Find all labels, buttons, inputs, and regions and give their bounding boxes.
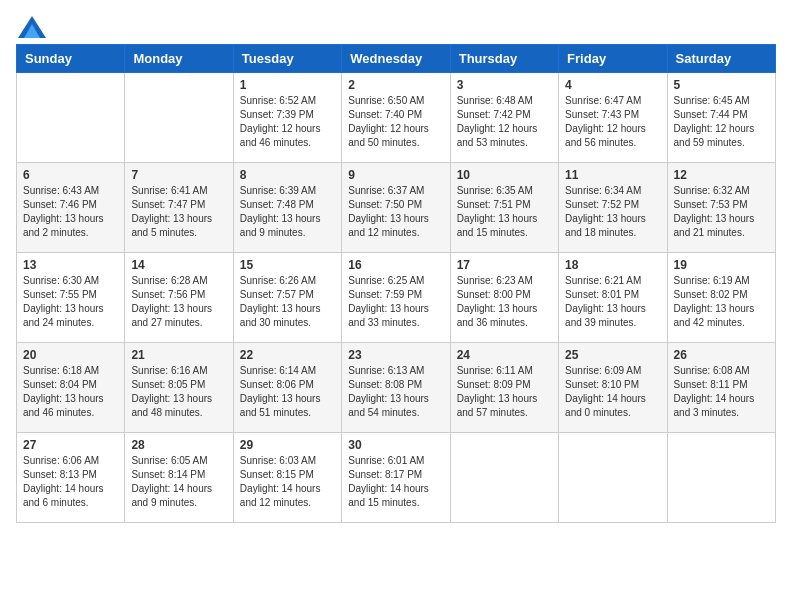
day-number: 21 [131, 348, 226, 362]
day-number: 24 [457, 348, 552, 362]
day-number: 10 [457, 168, 552, 182]
day-info: Sunrise: 6:37 AM Sunset: 7:50 PM Dayligh… [348, 184, 443, 240]
day-info: Sunrise: 6:03 AM Sunset: 8:15 PM Dayligh… [240, 454, 335, 510]
calendar-day-cell [559, 433, 667, 523]
day-info: Sunrise: 6:45 AM Sunset: 7:44 PM Dayligh… [674, 94, 769, 150]
day-number: 4 [565, 78, 660, 92]
calendar-day-cell: 6Sunrise: 6:43 AM Sunset: 7:46 PM Daylig… [17, 163, 125, 253]
calendar-day-cell: 17Sunrise: 6:23 AM Sunset: 8:00 PM Dayli… [450, 253, 558, 343]
day-info: Sunrise: 6:09 AM Sunset: 8:10 PM Dayligh… [565, 364, 660, 420]
day-number: 16 [348, 258, 443, 272]
day-info: Sunrise: 6:39 AM Sunset: 7:48 PM Dayligh… [240, 184, 335, 240]
page-header [16, 16, 776, 34]
calendar-day-cell: 14Sunrise: 6:28 AM Sunset: 7:56 PM Dayli… [125, 253, 233, 343]
day-number: 19 [674, 258, 769, 272]
day-number: 1 [240, 78, 335, 92]
day-number: 25 [565, 348, 660, 362]
calendar-day-cell: 1Sunrise: 6:52 AM Sunset: 7:39 PM Daylig… [233, 73, 341, 163]
calendar-day-cell [450, 433, 558, 523]
day-info: Sunrise: 6:25 AM Sunset: 7:59 PM Dayligh… [348, 274, 443, 330]
day-number: 29 [240, 438, 335, 452]
calendar-day-cell: 10Sunrise: 6:35 AM Sunset: 7:51 PM Dayli… [450, 163, 558, 253]
day-info: Sunrise: 6:13 AM Sunset: 8:08 PM Dayligh… [348, 364, 443, 420]
day-of-week-header: Friday [559, 45, 667, 73]
calendar-day-cell: 13Sunrise: 6:30 AM Sunset: 7:55 PM Dayli… [17, 253, 125, 343]
calendar-day-cell: 2Sunrise: 6:50 AM Sunset: 7:40 PM Daylig… [342, 73, 450, 163]
day-info: Sunrise: 6:41 AM Sunset: 7:47 PM Dayligh… [131, 184, 226, 240]
day-info: Sunrise: 6:52 AM Sunset: 7:39 PM Dayligh… [240, 94, 335, 150]
day-number: 26 [674, 348, 769, 362]
calendar-day-cell: 19Sunrise: 6:19 AM Sunset: 8:02 PM Dayli… [667, 253, 775, 343]
calendar-table: SundayMondayTuesdayWednesdayThursdayFrid… [16, 44, 776, 523]
day-number: 28 [131, 438, 226, 452]
day-number: 15 [240, 258, 335, 272]
calendar-week-row: 20Sunrise: 6:18 AM Sunset: 8:04 PM Dayli… [17, 343, 776, 433]
day-of-week-header: Saturday [667, 45, 775, 73]
day-number: 14 [131, 258, 226, 272]
calendar-day-cell [125, 73, 233, 163]
calendar-day-cell: 16Sunrise: 6:25 AM Sunset: 7:59 PM Dayli… [342, 253, 450, 343]
calendar-day-cell: 12Sunrise: 6:32 AM Sunset: 7:53 PM Dayli… [667, 163, 775, 253]
day-info: Sunrise: 6:28 AM Sunset: 7:56 PM Dayligh… [131, 274, 226, 330]
day-info: Sunrise: 6:35 AM Sunset: 7:51 PM Dayligh… [457, 184, 552, 240]
day-number: 30 [348, 438, 443, 452]
day-of-week-header: Tuesday [233, 45, 341, 73]
day-info: Sunrise: 6:48 AM Sunset: 7:42 PM Dayligh… [457, 94, 552, 150]
calendar-day-cell: 15Sunrise: 6:26 AM Sunset: 7:57 PM Dayli… [233, 253, 341, 343]
day-info: Sunrise: 6:01 AM Sunset: 8:17 PM Dayligh… [348, 454, 443, 510]
calendar-day-cell: 5Sunrise: 6:45 AM Sunset: 7:44 PM Daylig… [667, 73, 775, 163]
calendar-day-cell: 27Sunrise: 6:06 AM Sunset: 8:13 PM Dayli… [17, 433, 125, 523]
day-info: Sunrise: 6:50 AM Sunset: 7:40 PM Dayligh… [348, 94, 443, 150]
calendar-day-cell: 25Sunrise: 6:09 AM Sunset: 8:10 PM Dayli… [559, 343, 667, 433]
calendar-day-cell: 7Sunrise: 6:41 AM Sunset: 7:47 PM Daylig… [125, 163, 233, 253]
calendar-day-cell: 4Sunrise: 6:47 AM Sunset: 7:43 PM Daylig… [559, 73, 667, 163]
calendar-day-cell: 29Sunrise: 6:03 AM Sunset: 8:15 PM Dayli… [233, 433, 341, 523]
day-number: 18 [565, 258, 660, 272]
day-info: Sunrise: 6:06 AM Sunset: 8:13 PM Dayligh… [23, 454, 118, 510]
calendar-day-cell: 22Sunrise: 6:14 AM Sunset: 8:06 PM Dayli… [233, 343, 341, 433]
day-number: 20 [23, 348, 118, 362]
day-number: 3 [457, 78, 552, 92]
day-info: Sunrise: 6:30 AM Sunset: 7:55 PM Dayligh… [23, 274, 118, 330]
calendar-day-cell: 26Sunrise: 6:08 AM Sunset: 8:11 PM Dayli… [667, 343, 775, 433]
calendar-day-cell [667, 433, 775, 523]
day-info: Sunrise: 6:23 AM Sunset: 8:00 PM Dayligh… [457, 274, 552, 330]
day-number: 22 [240, 348, 335, 362]
day-info: Sunrise: 6:34 AM Sunset: 7:52 PM Dayligh… [565, 184, 660, 240]
day-info: Sunrise: 6:26 AM Sunset: 7:57 PM Dayligh… [240, 274, 335, 330]
calendar-day-cell: 8Sunrise: 6:39 AM Sunset: 7:48 PM Daylig… [233, 163, 341, 253]
calendar-week-row: 27Sunrise: 6:06 AM Sunset: 8:13 PM Dayli… [17, 433, 776, 523]
day-number: 5 [674, 78, 769, 92]
day-info: Sunrise: 6:21 AM Sunset: 8:01 PM Dayligh… [565, 274, 660, 330]
day-number: 2 [348, 78, 443, 92]
day-number: 13 [23, 258, 118, 272]
calendar-day-cell: 30Sunrise: 6:01 AM Sunset: 8:17 PM Dayli… [342, 433, 450, 523]
calendar-header-row: SundayMondayTuesdayWednesdayThursdayFrid… [17, 45, 776, 73]
logo-icon [18, 16, 46, 38]
day-of-week-header: Thursday [450, 45, 558, 73]
day-number: 17 [457, 258, 552, 272]
calendar-day-cell: 11Sunrise: 6:34 AM Sunset: 7:52 PM Dayli… [559, 163, 667, 253]
day-number: 23 [348, 348, 443, 362]
day-number: 6 [23, 168, 118, 182]
day-of-week-header: Wednesday [342, 45, 450, 73]
calendar-day-cell: 3Sunrise: 6:48 AM Sunset: 7:42 PM Daylig… [450, 73, 558, 163]
calendar-day-cell: 9Sunrise: 6:37 AM Sunset: 7:50 PM Daylig… [342, 163, 450, 253]
calendar-day-cell: 21Sunrise: 6:16 AM Sunset: 8:05 PM Dayli… [125, 343, 233, 433]
day-info: Sunrise: 6:14 AM Sunset: 8:06 PM Dayligh… [240, 364, 335, 420]
day-number: 9 [348, 168, 443, 182]
calendar-week-row: 13Sunrise: 6:30 AM Sunset: 7:55 PM Dayli… [17, 253, 776, 343]
logo [16, 16, 46, 34]
calendar-day-cell: 28Sunrise: 6:05 AM Sunset: 8:14 PM Dayli… [125, 433, 233, 523]
day-info: Sunrise: 6:18 AM Sunset: 8:04 PM Dayligh… [23, 364, 118, 420]
day-number: 27 [23, 438, 118, 452]
day-number: 7 [131, 168, 226, 182]
day-of-week-header: Monday [125, 45, 233, 73]
day-info: Sunrise: 6:05 AM Sunset: 8:14 PM Dayligh… [131, 454, 226, 510]
day-number: 8 [240, 168, 335, 182]
calendar-week-row: 1Sunrise: 6:52 AM Sunset: 7:39 PM Daylig… [17, 73, 776, 163]
day-info: Sunrise: 6:47 AM Sunset: 7:43 PM Dayligh… [565, 94, 660, 150]
calendar-week-row: 6Sunrise: 6:43 AM Sunset: 7:46 PM Daylig… [17, 163, 776, 253]
day-info: Sunrise: 6:19 AM Sunset: 8:02 PM Dayligh… [674, 274, 769, 330]
calendar-day-cell [17, 73, 125, 163]
